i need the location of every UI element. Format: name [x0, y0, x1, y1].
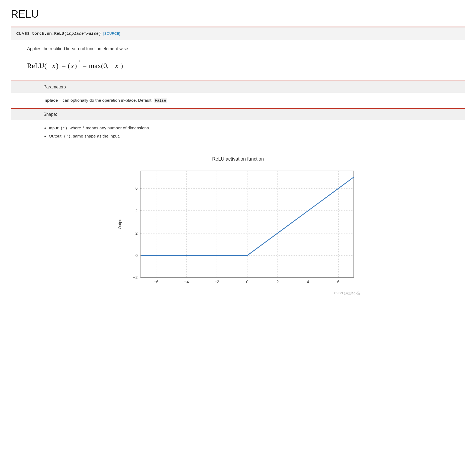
svg-text:ReLU(: ReLU( — [27, 62, 47, 70]
svg-text:x: x — [52, 62, 56, 70]
svg-text:−2: −2 — [214, 279, 219, 284]
chart-container: ReLU activation function Output — [116, 156, 360, 295]
parameters-header: Parameters — [11, 81, 465, 93]
class-declaration: CLASS torch.nn.ReLU(inplace=False) [SOUR… — [11, 27, 465, 40]
svg-text:−2: −2 — [133, 275, 138, 280]
svg-text:0: 0 — [246, 279, 248, 284]
svg-text:x: x — [115, 62, 118, 70]
svg-text:2: 2 — [276, 279, 279, 284]
class-signature: torch.nn.ReLU(inplace=False) — [32, 31, 101, 36]
svg-text:=: = — [83, 62, 87, 70]
svg-text:4: 4 — [135, 208, 137, 213]
shape-header: Shape: — [11, 109, 465, 120]
param-name: inplace — [43, 98, 58, 103]
relu-chart: −2 0 2 4 6 −6 −4 −2 0 2 4 6 — [122, 165, 360, 290]
page-title: RELU — [11, 8, 465, 20]
parameters-section: Parameters — [11, 81, 465, 93]
svg-text:2: 2 — [135, 231, 137, 235]
svg-text:): ) — [121, 62, 123, 70]
watermark: CSDN @程序小晶 — [116, 291, 360, 295]
svg-text:0: 0 — [135, 253, 137, 258]
chart-wrap: Output — [116, 165, 360, 290]
class-keyword: CLASS — [16, 31, 30, 36]
chart-title: ReLU activation function — [116, 156, 360, 162]
formula-svg: ReLU( x ) = ( x ) + = max(0, x ) — [27, 58, 136, 73]
svg-text:6: 6 — [135, 186, 137, 191]
shape-section: Shape: Input: (*), where * means any num… — [11, 108, 465, 145]
svg-text:6: 6 — [337, 279, 339, 284]
svg-text:+: + — [78, 58, 81, 64]
param-default: False — [154, 98, 167, 103]
svg-text:): ) — [75, 62, 77, 70]
chart-inner: −2 0 2 4 6 −6 −4 −2 0 2 4 6 — [122, 165, 360, 290]
formula-block: ReLU( x ) = ( x ) + = max(0, x ) — [27, 58, 449, 74]
y-axis-label: Output — [116, 165, 122, 282]
svg-text:x: x — [70, 62, 74, 70]
svg-text:4: 4 — [307, 279, 309, 284]
svg-text:−4: −4 — [184, 279, 189, 284]
svg-text:): ) — [56, 62, 59, 70]
param-content: inplace – can optionally do the operatio… — [11, 93, 465, 108]
shape-list: Input: (*), where * means any number of … — [49, 124, 433, 140]
shape-content: Input: (*), where * means any number of … — [11, 120, 465, 145]
svg-text:(: ( — [68, 62, 70, 70]
svg-text:−6: −6 — [154, 279, 158, 284]
shape-item-input: Input: (*), where * means any number of … — [49, 124, 433, 132]
description-text: Applies the rectified linear unit functi… — [27, 45, 449, 52]
svg-text:=: = — [62, 62, 66, 70]
shape-item-output: Output: (*), same shape as the input. — [49, 132, 433, 140]
source-link[interactable]: [SOURCE] — [103, 31, 120, 36]
svg-text:max(0,: max(0, — [89, 62, 109, 70]
